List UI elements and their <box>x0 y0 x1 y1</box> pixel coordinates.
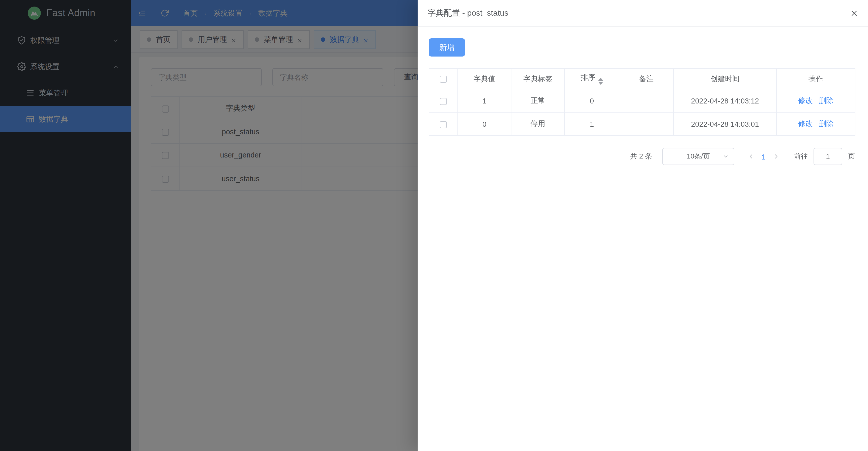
drawer-body: 新增 字典值 字典标签 排序 备注 创建时间 操作 <box>417 27 868 165</box>
created-time-cell: 2022-04-28 14:03:12 <box>674 89 776 112</box>
remark-cell <box>619 112 674 136</box>
close-icon[interactable] <box>850 9 858 17</box>
drawer-title: 字典配置 - post_status <box>428 8 508 19</box>
page-size-select[interactable]: 10条/页 <box>662 148 734 165</box>
operations-cell: 修改删除 <box>776 112 855 136</box>
next-page-icon[interactable] <box>773 153 780 160</box>
row-checkbox[interactable] <box>440 121 447 128</box>
chevron-down-icon <box>723 153 729 160</box>
sort-caret-icon[interactable] <box>598 78 603 85</box>
edit-link[interactable]: 修改 <box>798 96 813 105</box>
dict-value-table: 字典值 字典标签 排序 备注 创建时间 操作 1 正常 0 <box>429 68 856 136</box>
page-size-value: 10条/页 <box>687 152 710 161</box>
goto-page-input[interactable] <box>813 148 842 165</box>
delete-link[interactable]: 删除 <box>819 120 833 128</box>
dict-label-cell: 正常 <box>511 89 565 112</box>
drawer-header: 字典配置 - post_status <box>417 0 868 27</box>
column-header: 备注 <box>619 68 674 89</box>
operations-cell: 修改删除 <box>776 89 855 112</box>
select-all-checkbox[interactable] <box>440 76 447 83</box>
created-time-cell: 2022-04-28 14:03:01 <box>674 112 776 136</box>
column-header: 操作 <box>776 68 855 89</box>
table-header-row: 字典值 字典标签 排序 备注 创建时间 操作 <box>429 68 855 89</box>
add-button[interactable]: 新增 <box>429 38 465 57</box>
table-row[interactable]: 0 停用 1 2022-04-28 14:03:01 修改删除 <box>429 112 855 136</box>
dict-value-cell: 1 <box>458 89 511 112</box>
table-row[interactable]: 1 正常 0 2022-04-28 14:03:12 修改删除 <box>429 89 855 112</box>
sort-cell: 0 <box>565 89 619 112</box>
delete-link[interactable]: 删除 <box>819 96 833 105</box>
column-header: 字典标签 <box>511 68 565 89</box>
page-unit-label: 页 <box>848 152 855 161</box>
goto-label: 前往 <box>794 152 808 161</box>
edit-link[interactable]: 修改 <box>798 120 813 128</box>
dict-config-drawer: 字典配置 - post_status 新增 字典值 字典标签 排序 <box>417 0 868 451</box>
select-all-cell <box>429 68 458 89</box>
page-number-1[interactable]: 1 <box>754 152 773 161</box>
dict-value-cell: 0 <box>458 112 511 136</box>
sort-cell: 1 <box>565 112 619 136</box>
dict-label-cell: 停用 <box>511 112 565 136</box>
pagination: 共 2 条 10条/页 1 前往 页 <box>429 148 855 165</box>
column-header-sortable[interactable]: 排序 <box>565 68 619 89</box>
prev-page-icon[interactable] <box>747 153 754 160</box>
column-header: 创建时间 <box>674 68 776 89</box>
screen: Fast Admin 权限管理 <box>0 0 868 451</box>
total-count-label: 共 2 条 <box>630 152 652 161</box>
remark-cell <box>619 89 674 112</box>
row-checkbox[interactable] <box>440 98 447 105</box>
column-header: 字典值 <box>458 68 511 89</box>
